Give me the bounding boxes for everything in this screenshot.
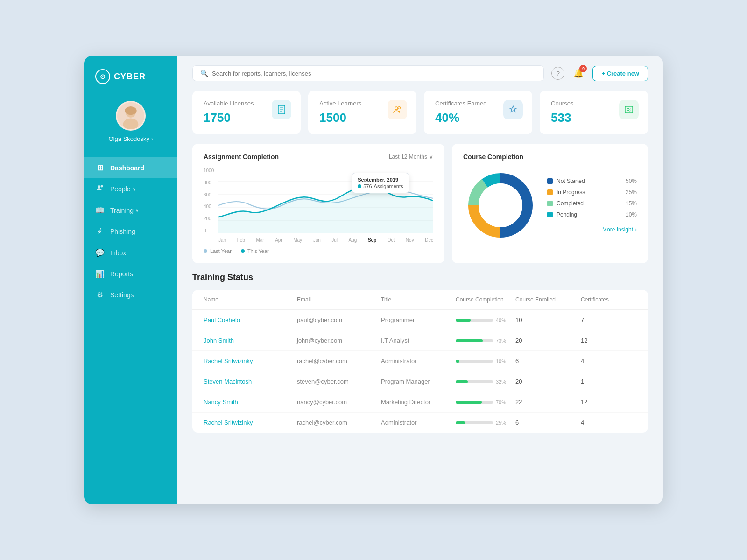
search-input[interactable] — [212, 70, 536, 77]
col-title: Title — [381, 296, 456, 303]
row-completion: 32% — [456, 379, 515, 385]
row-enrolled: 6 — [515, 357, 581, 364]
row-name[interactable]: Nancy Smith — [204, 399, 297, 406]
chart-tooltip: September, 2019 576 Assignments — [352, 173, 409, 193]
sidebar-item-people[interactable]: People ∨ — [84, 178, 177, 200]
legend-label-this-year: This Year — [247, 248, 269, 254]
more-insight-link[interactable]: More Insight › — [547, 226, 637, 233]
chevron-right-icon: › — [635, 226, 637, 233]
people-icon — [95, 184, 105, 194]
chevron-down-icon: ∨ — [429, 154, 433, 160]
sidebar-item-phishing[interactable]: Phishing — [84, 221, 177, 242]
row-name[interactable]: John Smith — [204, 337, 297, 344]
stat-cards: Available Licenses 1750 Active Learners … — [192, 91, 648, 134]
label-not-started: Not Started — [557, 178, 622, 184]
label-in-progress: In Progress — [557, 189, 622, 196]
row-title: I.T Analyst — [381, 337, 456, 344]
label-pending: Pending — [557, 211, 622, 218]
progress-bar-bg — [456, 319, 493, 322]
stat-card-certificates: Certificates Earned 40% — [424, 91, 532, 134]
row-email: paul@cyber.com — [297, 316, 381, 323]
y-axis-labels: 1000 800 600 400 200 0 — [204, 168, 214, 233]
progress-bar-fill — [456, 339, 483, 342]
progress-bar-bg — [456, 360, 493, 363]
tooltip-number: 576 — [363, 183, 372, 189]
table-row: Rachel Sritwizinky rachel@cyber.com Admi… — [192, 413, 648, 433]
svg-point-11 — [395, 107, 398, 110]
legend-dot-last-year — [204, 249, 207, 253]
row-name[interactable]: Rachel Sritwizinky — [204, 419, 297, 426]
inbox-icon: 💬 — [95, 248, 105, 257]
dot-completed — [547, 201, 553, 206]
chart-svg-container: September, 2019 576 Assignments — [218, 168, 433, 233]
sidebar-nav: ⊞ Dashboard People ∨ 📖 Training ∨ — [84, 154, 177, 504]
reports-icon: 📊 — [95, 269, 105, 278]
svg-rect-13 — [625, 106, 633, 113]
row-title: Marketing Director — [381, 399, 456, 406]
row-certs: 4 — [581, 419, 637, 426]
x-axis-labels: Jan Feb Mar Apr May Jun Jul Aug Sep Oct … — [218, 238, 433, 243]
sidebar-item-dashboard[interactable]: ⊞ Dashboard — [84, 157, 177, 178]
row-enrolled: 20 — [515, 337, 581, 344]
user-name-label[interactable]: Olga Skodosky › — [109, 135, 153, 142]
progress-bar-bg — [456, 339, 493, 342]
tooltip-value: 576 Assignments — [358, 183, 403, 189]
row-name[interactable]: Rachel Sritwizinky — [204, 357, 297, 364]
sidebar-item-inbox[interactable]: 💬 Inbox — [84, 242, 177, 263]
notification-button[interactable]: 🔔 9 — [572, 67, 585, 80]
progress-pct: 32% — [496, 379, 506, 385]
table-body: Paul Coehelo paul@cyber.com Programmer 4… — [192, 310, 648, 433]
chart-period-selector[interactable]: Last 12 Months ∨ — [389, 154, 433, 160]
row-title: Administrator — [381, 357, 456, 364]
app-container: ⊙ CYBER Olga Skodosky › ⊞ Dashboard — [84, 56, 663, 504]
help-icon: ? — [557, 70, 560, 77]
row-completion: 73% — [456, 338, 515, 343]
dot-not-started — [547, 178, 553, 184]
donut-svg — [463, 168, 538, 243]
label-completed: Completed — [557, 200, 622, 207]
progress-pct: 73% — [496, 338, 506, 343]
sidebar: ⊙ CYBER Olga Skodosky › ⊞ Dashboard — [84, 56, 177, 504]
progress-pct: 70% — [496, 399, 506, 405]
sidebar-item-reports[interactable]: 📊 Reports — [84, 263, 177, 284]
row-completion: 25% — [456, 420, 515, 426]
sidebar-item-settings[interactable]: ⚙ Settings — [84, 284, 177, 305]
pct-not-started: 50% — [626, 178, 637, 184]
table-row: Steven Macintosh steven@cyber.com Progra… — [192, 371, 648, 392]
donut-legend-pending: Pending 10% — [547, 211, 637, 218]
sidebar-item-training[interactable]: 📖 Training ∨ — [84, 200, 177, 221]
row-certs: 7 — [581, 316, 637, 323]
help-button[interactable]: ? — [551, 67, 564, 80]
training-expand-icon: ∨ — [135, 208, 139, 213]
avatar-image — [117, 101, 144, 131]
progress-bar-bg — [456, 421, 493, 424]
progress-bar-fill — [456, 360, 459, 363]
stat-icon-courses — [619, 100, 639, 119]
course-completion-header: Course Completion — [463, 153, 637, 161]
search-bar[interactable]: 🔍 — [192, 65, 544, 81]
logo-icon: ⊙ — [95, 69, 110, 84]
donut-legend-completed: Completed 15% — [547, 200, 637, 207]
legend-last-year: Last Year — [204, 248, 232, 254]
tooltip-dot — [358, 184, 361, 188]
row-name[interactable]: Steven Macintosh — [204, 378, 297, 385]
chart-legend: Last Year This Year — [204, 248, 433, 254]
donut-section: Not Started 50% In Progress 25% Complete… — [463, 168, 637, 243]
row-email: rachel@cyber.com — [297, 357, 381, 364]
row-name[interactable]: Paul Coehelo — [204, 316, 297, 323]
course-completion-title: Course Completion — [463, 153, 523, 161]
training-label: Training ∨ — [110, 207, 139, 214]
reports-label: Reports — [110, 270, 133, 278]
progress-bar-fill — [456, 401, 482, 404]
people-label: People ∨ — [110, 185, 136, 193]
notification-badge: 9 — [579, 65, 587, 72]
training-icon: 📖 — [95, 206, 105, 215]
phishing-icon — [95, 227, 105, 236]
pct-completed: 15% — [626, 200, 637, 207]
row-completion: 40% — [456, 317, 515, 323]
content-area: Available Licenses 1750 Active Learners … — [177, 91, 663, 504]
svg-point-26 — [479, 183, 522, 227]
assignment-chart-card: Assignment Completion Last 12 Months ∨ 1… — [192, 144, 444, 263]
create-new-button[interactable]: + Create new — [592, 66, 648, 81]
stat-card-learners: Active Learners 1500 — [308, 91, 416, 134]
